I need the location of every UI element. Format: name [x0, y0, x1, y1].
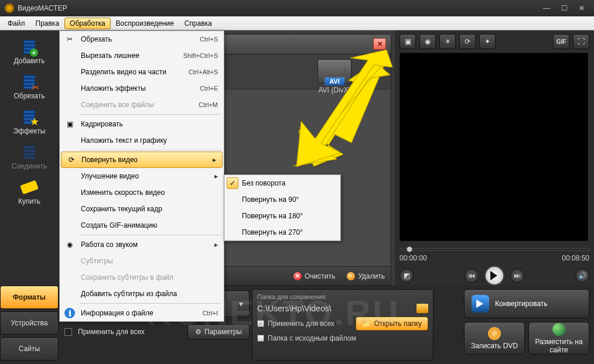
menu-bar: Файл Правка Обработка Воспроизведение Сп…	[0, 16, 594, 30]
tab-sites[interactable]: Сайты	[0, 337, 59, 360]
menu-item: Соединить все файлыCtrl+M	[60, 97, 224, 113]
sidebar-add-label: Добавить	[13, 57, 45, 65]
volume-button[interactable]: 🔊	[575, 269, 589, 283]
codec-label: AVI (DivX)	[312, 86, 357, 94]
menu-item[interactable]: Наложить текст и графику	[60, 132, 224, 149]
sidebar-buy[interactable]: Купить	[5, 176, 54, 208]
sidebar-buy-label: Купить	[18, 197, 40, 205]
sidebar: +Добавить ✂Обрезать ★Эффекты Соединить К…	[0, 30, 59, 286]
apply-all-label: Применить для всех	[78, 328, 145, 336]
sidebar-effects-label: Эффекты	[13, 127, 46, 135]
convert-icon	[472, 295, 489, 313]
sidebar-effects[interactable]: ★Эффекты	[5, 105, 54, 138]
menu-file[interactable]: Файл	[2, 18, 30, 29]
submenu-item[interactable]: ✓Без поворота	[224, 175, 340, 191]
sidebar-add[interactable]: +Добавить	[5, 35, 54, 68]
minimize-button[interactable]: —	[539, 4, 554, 13]
menu-process[interactable]: Обработка	[64, 18, 111, 29]
time-total: 00:08:50	[562, 254, 589, 262]
menu-help[interactable]: Справка	[179, 18, 217, 29]
publish-button[interactable]: Разместить на сайте	[528, 322, 589, 355]
menu-item[interactable]: Наложить эффектыCtrl+E	[60, 80, 224, 97]
submenu-item[interactable]: Повернуть на 180°	[224, 208, 340, 224]
window-title: ВидеоМАСТЕР	[18, 4, 67, 12]
browse-folder-button[interactable]	[417, 304, 428, 313]
menu-item[interactable]: Вырезать лишнееShift+Ctrl+S	[60, 47, 224, 64]
chevron-right-icon: ▸	[213, 156, 216, 164]
menu-item[interactable]: Создать GIF-анимацию	[60, 217, 224, 233]
rotate-submenu: ✓Без поворотаПовернуть на 90°Повернуть н…	[224, 174, 341, 241]
process-menu: ✂ОбрезатьCtrl+SВырезать лишнееShift+Ctrl…	[59, 30, 224, 322]
timeline[interactable]	[400, 246, 589, 253]
sidebar-join-label: Соединить	[12, 162, 47, 170]
sidebar-crop[interactable]: ✂Обрезать	[5, 70, 54, 103]
crop-icon: ▣	[64, 119, 75, 129]
gear-icon: ⚙	[195, 328, 202, 336]
menu-item[interactable]: Сохранить текущий кадр	[60, 201, 224, 217]
check-icon: ✓	[227, 177, 238, 189]
close-button[interactable]: ✕	[574, 4, 589, 13]
submenu-item[interactable]: Повернуть на 90°	[224, 191, 340, 208]
open-folder-button[interactable]: 📁Открыть папку	[356, 317, 428, 331]
menu-item[interactable]: ▣Кадрировать	[60, 116, 224, 132]
play-button[interactable]	[484, 266, 504, 286]
menu-playback[interactable]: Воспроизведение	[111, 18, 179, 29]
gif-tool-icon[interactable]: GIF	[553, 34, 569, 49]
menu-item[interactable]: ◉Работа со звуком▸	[60, 236, 224, 253]
codec-box[interactable]: AVI AVI (DivX)	[312, 59, 357, 94]
title-bar: ВидеоМАСТЕР — ☐ ✕	[0, 0, 594, 16]
snapshot-button[interactable]: ◩	[400, 269, 414, 283]
menu-item[interactable]: Добавить субтитры из файла	[60, 286, 224, 302]
delete-button[interactable]: –Удалить	[347, 272, 385, 280]
app-logo-icon	[5, 4, 14, 13]
preview-column: ▣ ◉ ☀ ⟳ ✦ GIF ⛶ 00:00:0000:08:50 ◩ ⏮ ⏭ 🔊	[395, 30, 594, 286]
prev-button[interactable]: ⏮	[465, 269, 479, 283]
apply-all-save-label: Применить для всех	[268, 320, 334, 328]
menu-item: Сохранить субтитры в файл	[60, 269, 224, 286]
src-folder-checkbox[interactable]	[257, 335, 264, 342]
tab-formats[interactable]: Форматы	[0, 286, 59, 309]
apply-all-checkbox[interactable]	[64, 328, 72, 336]
levels-tool-icon[interactable]: ☀	[439, 34, 456, 49]
time-current: 00:00:00	[400, 254, 427, 262]
crop-tool-icon[interactable]: ▣	[400, 34, 416, 49]
menu-item[interactable]: ✂ОбрезатьCtrl+S	[60, 31, 224, 47]
convert-button[interactable]: Конвертировать	[464, 289, 589, 318]
file-close-button[interactable]: ✕	[373, 38, 386, 50]
sidebar-join: Соединить	[5, 140, 54, 173]
params-button[interactable]: ⚙Параметры	[187, 324, 250, 339]
preview-canvas	[400, 53, 588, 241]
globe-icon	[552, 323, 565, 336]
save-path: C:\Users\Hp\Videos\	[257, 304, 412, 313]
tab-devices[interactable]: Устройства	[0, 311, 59, 335]
next-button[interactable]: ⏭	[510, 269, 524, 283]
apply-all-save-checkbox[interactable]: ✓	[257, 320, 264, 327]
sidebar-crop-label: Обрезать	[14, 92, 45, 100]
menu-edit[interactable]: Правка	[30, 18, 65, 29]
src-folder-label: Папка с исходным файлом	[268, 334, 356, 342]
menu-item[interactable]: ⟳Повернуть видео▸	[61, 152, 223, 168]
write-dvd-button[interactable]: Записать DVD	[464, 322, 525, 355]
preview-toolbar: ▣ ◉ ☀ ⟳ ✦ GIF ⛶	[400, 34, 589, 49]
menu-item[interactable]: Разделить видео на частиCtrl+Alt+S	[60, 64, 224, 80]
submenu-item[interactable]: Повернуть на 270°	[224, 224, 340, 241]
clear-button[interactable]: ✕Очистить	[293, 272, 335, 280]
avi-tag: AVI	[325, 77, 344, 85]
speed-tool-icon[interactable]: ✦	[479, 34, 496, 49]
rotate-tool-icon[interactable]: ⟳	[459, 34, 476, 49]
chevron-down-icon: ▾	[239, 299, 243, 308]
disc-icon: ◉	[64, 239, 75, 250]
chevron-right-icon: ▸	[214, 241, 218, 249]
menu-item[interactable]: Улучшение видео▸	[60, 168, 224, 184]
menu-item[interactable]: ℹИнформация о файлеCtrl+I	[60, 305, 224, 321]
maximize-button[interactable]: ☐	[557, 4, 572, 13]
rotate-icon: ⟳	[66, 154, 77, 165]
fullscreen-tool-icon[interactable]: ⛶	[573, 34, 589, 49]
scissors-icon: ✂	[64, 34, 75, 44]
brightness-tool-icon[interactable]: ◉	[419, 34, 436, 49]
menu-item: Субтитры	[60, 253, 224, 269]
camera-icon: AVI	[318, 59, 351, 84]
chevron-right-icon: ▸	[214, 172, 218, 180]
menu-item[interactable]: Изменить скорость видео	[60, 184, 224, 201]
info-icon: ℹ	[64, 308, 75, 318]
